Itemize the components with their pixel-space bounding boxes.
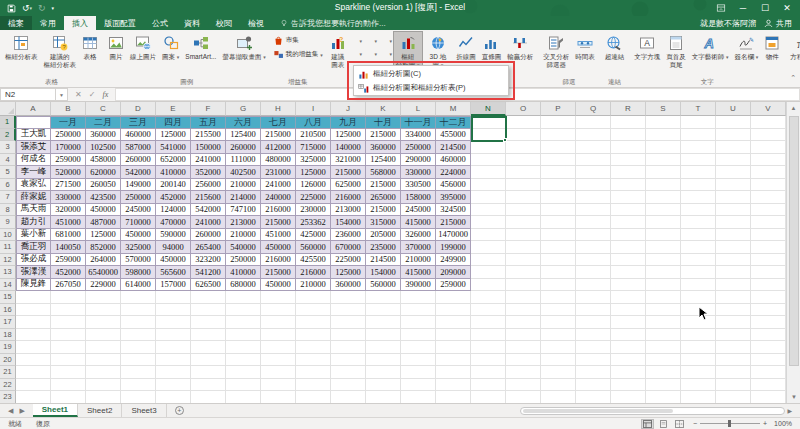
cell-K15[interactable]: [366, 291, 401, 304]
cell-G16[interactable]: [226, 304, 261, 317]
cell-U11[interactable]: [716, 241, 751, 254]
row-header-23[interactable]: 23: [0, 391, 16, 403]
row-header-9[interactable]: 9: [0, 216, 16, 229]
row-header-10[interactable]: 10: [0, 229, 16, 242]
value-cell[interactable]: 205000: [366, 229, 401, 242]
undo-icon[interactable]: ↺▾: [22, 3, 32, 13]
zoom-slider[interactable]: − +: [693, 420, 767, 427]
cell-V2[interactable]: [751, 129, 786, 142]
column-header-S[interactable]: S: [646, 102, 681, 116]
screenshot-button[interactable]: 螢幕擷取畫面 ▾: [219, 31, 268, 77]
cell-F20[interactable]: [191, 354, 226, 367]
value-cell[interactable]: 241000: [191, 216, 226, 229]
cell-U9[interactable]: [716, 216, 751, 229]
row-header-3[interactable]: 3: [0, 141, 16, 154]
cell-C19[interactable]: [86, 341, 121, 354]
row-header-7[interactable]: 7: [0, 191, 16, 204]
row-header-21[interactable]: 21: [0, 366, 16, 379]
cell-V16[interactable]: [751, 304, 786, 317]
month-header-cell[interactable]: 八月: [296, 116, 331, 129]
cell-F17[interactable]: [191, 316, 226, 329]
cell-R12[interactable]: [611, 254, 646, 267]
value-cell[interactable]: 140000: [331, 141, 366, 154]
value-cell[interactable]: 652000: [156, 154, 191, 167]
value-cell[interactable]: 410000: [156, 166, 191, 179]
cell-A23[interactable]: [16, 391, 51, 403]
value-cell[interactable]: 260000: [121, 154, 156, 167]
cell-H23[interactable]: [261, 391, 296, 403]
value-cell[interactable]: 360000: [366, 141, 401, 154]
value-cell[interactable]: 587000: [121, 141, 156, 154]
cell-P6[interactable]: [541, 179, 576, 192]
value-cell[interactable]: 214000: [226, 191, 261, 204]
value-cell[interactable]: 570000: [121, 254, 156, 267]
value-cell[interactable]: 94000: [156, 241, 191, 254]
value-cell[interactable]: 487000: [86, 216, 121, 229]
value-cell[interactable]: 210000: [226, 179, 261, 192]
cell-J15[interactable]: [331, 291, 366, 304]
cancel-icon[interactable]: ✕: [75, 90, 82, 99]
value-cell[interactable]: 225000: [296, 191, 331, 204]
cell-P7[interactable]: [541, 191, 576, 204]
customize-qat-icon[interactable]: ▾: [52, 3, 55, 13]
cell-V13[interactable]: [751, 266, 786, 279]
cell-S15[interactable]: [646, 291, 681, 304]
value-cell[interactable]: 259000: [51, 254, 86, 267]
cell-I16[interactable]: [296, 304, 331, 317]
value-cell[interactable]: 450000: [121, 229, 156, 242]
cell-P10[interactable]: [541, 229, 576, 242]
cell-P12[interactable]: [541, 254, 576, 267]
cell-N9[interactable]: [471, 216, 506, 229]
column-header-J[interactable]: J: [331, 102, 366, 116]
row-header-19[interactable]: 19: [0, 341, 16, 354]
name-cell[interactable]: 葉小新: [16, 229, 51, 242]
cell-P17[interactable]: [541, 316, 576, 329]
value-cell[interactable]: 560000: [296, 241, 331, 254]
value-cell[interactable]: 320000: [51, 204, 86, 217]
close-button[interactable]: ✕: [776, 0, 798, 16]
value-cell[interactable]: 260000: [226, 141, 261, 154]
fill-handle[interactable]: [503, 138, 507, 142]
cell-B15[interactable]: [51, 291, 86, 304]
value-cell[interactable]: 229000: [86, 279, 121, 292]
cell-S17[interactable]: [646, 316, 681, 329]
cell-U18[interactable]: [716, 329, 751, 342]
cell-O7[interactable]: [506, 191, 541, 204]
month-header-cell[interactable]: 十二月: [436, 116, 471, 129]
minimize-button[interactable]: ─: [732, 0, 754, 16]
value-cell[interactable]: 241000: [191, 154, 226, 167]
row-header-17[interactable]: 17: [0, 316, 16, 329]
cell-L21[interactable]: [401, 366, 436, 379]
value-cell[interactable]: 216000: [296, 266, 331, 279]
name-box[interactable]: N2: [0, 88, 56, 101]
cell-U23[interactable]: [716, 391, 751, 403]
cell-K22[interactable]: [366, 379, 401, 392]
cell-R5[interactable]: [611, 166, 646, 179]
value-cell[interactable]: 154000: [366, 266, 401, 279]
store-button[interactable]: 市集: [273, 35, 323, 46]
cell-N15[interactable]: [471, 291, 506, 304]
value-cell[interactable]: 236000: [331, 229, 366, 242]
column-header-T[interactable]: T: [681, 102, 716, 116]
name-cell[interactable]: 陳見鋒: [16, 279, 51, 292]
cell-J19[interactable]: [331, 341, 366, 354]
cell-R14[interactable]: [611, 279, 646, 292]
value-cell[interactable]: 321000: [331, 154, 366, 167]
sheet-tab-Sheet2[interactable]: Sheet2: [78, 404, 122, 417]
value-cell[interactable]: 560000: [366, 279, 401, 292]
row-header-18[interactable]: 18: [0, 329, 16, 342]
column-header-L[interactable]: L: [401, 102, 436, 116]
value-cell[interactable]: 259000: [51, 154, 86, 167]
cell-S4[interactable]: [646, 154, 681, 167]
column-header-M[interactable]: M: [436, 102, 471, 116]
cell-S22[interactable]: [646, 379, 681, 392]
cell-M21[interactable]: [436, 366, 471, 379]
cell-Q17[interactable]: [576, 316, 611, 329]
row-header-6[interactable]: 6: [0, 179, 16, 192]
cell-P23[interactable]: [541, 391, 576, 403]
name-cell[interactable]: 何成名: [16, 154, 51, 167]
cell-R9[interactable]: [611, 216, 646, 229]
value-cell[interactable]: 215000: [261, 266, 296, 279]
name-cell[interactable]: 趙力引: [16, 216, 51, 229]
cell-R23[interactable]: [611, 391, 646, 403]
